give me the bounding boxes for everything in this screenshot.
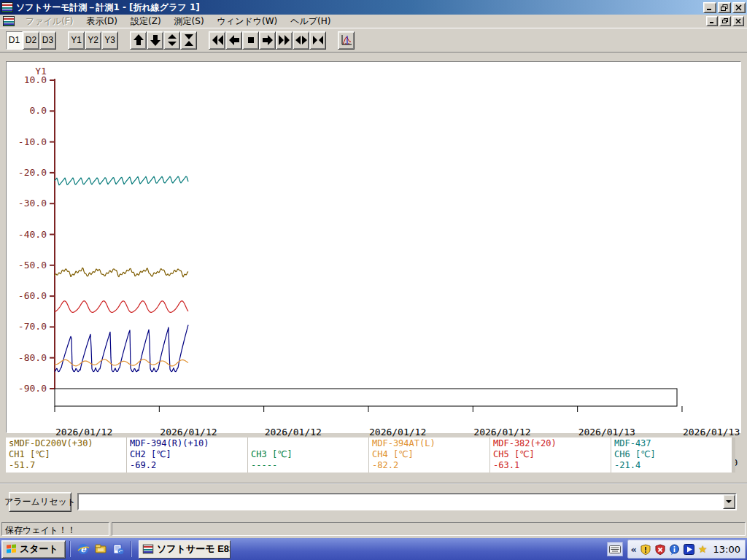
application-window: ソフトサーモ計測－計測1 - [折れ線グラフ 1] ファイル(F)表示(D)設定… (0, 0, 747, 560)
menu-item[interactable]: 表示(D) (80, 14, 124, 29)
expand-vertical-icon[interactable] (163, 31, 180, 50)
channel-value: -63.1 (493, 460, 608, 471)
stop-icon[interactable] (242, 31, 259, 50)
start-button[interactable]: スタート (1, 540, 66, 559)
channel-label: CH6 [℃] (614, 449, 729, 460)
security-alert-shield-icon[interactable] (654, 543, 666, 555)
security-warning-shield-icon[interactable] (640, 543, 651, 555)
app-icon (1, 2, 13, 12)
channel-name: MDF-394(R)(+10) (130, 438, 244, 449)
channel-cell: sMDF-DC200V(+30) CH1 [℃] -51.7 (6, 438, 126, 472)
alarm-dropdown-value (79, 494, 723, 509)
step-forward-icon[interactable] (259, 31, 276, 50)
channel-label: CH1 [℃] (9, 449, 123, 460)
menu-item[interactable]: ウィンドウ(W) (211, 14, 285, 29)
channel-label: CH2 [℃] (130, 449, 244, 460)
status-secondary (112, 522, 746, 536)
scroll-down-icon[interactable] (147, 31, 163, 50)
channel-cell: MDF-437 CH6 [℃] -21.4 (611, 438, 732, 472)
channel-label: CH5 [℃] (493, 449, 608, 460)
close-button[interactable] (732, 2, 746, 13)
titlebar: ソフトサーモ計測－計測1 - [折れ線グラフ 1] (0, 0, 747, 15)
y-tick-label: 10.0 (1, 74, 47, 85)
y-tick-label: -20.0 (1, 167, 47, 178)
system-tray: « ★ 13:00 (627, 540, 746, 559)
scroll-up-icon[interactable] (130, 31, 147, 50)
keyboard-language-icon[interactable] (607, 542, 623, 556)
taskbar-clock[interactable]: 13:00 (713, 544, 740, 555)
channel-name: MDF-437 (614, 438, 729, 449)
jump-start-icon[interactable] (209, 31, 225, 50)
channel-value: -69.2 (130, 460, 244, 471)
data-group-button[interactable]: D1 (6, 31, 23, 50)
internet-explorer-icon[interactable]: e (74, 540, 92, 558)
compress-vertical-icon[interactable] (180, 31, 197, 50)
channel-cell: MDF-394(R)(+10) CH2 [℃] -69.2 (127, 438, 247, 472)
taskbar-app-button[interactable]: ソフトサーモ E830 (139, 540, 231, 559)
media-player-icon[interactable] (684, 543, 695, 555)
channel-name: MDF-394AT(L) (372, 438, 487, 449)
channel-cell: MDF-394AT(L) CH4 [℃] -82.2 (369, 438, 489, 472)
y-tick-label: -90.0 (1, 383, 47, 394)
menu-item[interactable]: 設定(Z) (124, 14, 168, 29)
y-axis-button[interactable]: Y3 (101, 31, 118, 50)
channel-label: CH3 [℃] (251, 449, 365, 460)
alarm-dropdown[interactable] (77, 493, 737, 510)
menu-item[interactable]: ファイル(F) (19, 14, 80, 29)
windows-logo-icon (7, 544, 17, 554)
data-group-button[interactable]: D2 (23, 31, 39, 50)
channel-value: -21.4 (614, 460, 729, 471)
update-star-icon[interactable]: ★ (698, 543, 708, 555)
channel-value: -82.2 (372, 460, 487, 471)
info-balloon-icon[interactable] (669, 543, 681, 555)
channel-name: MDF-382(+20) (493, 438, 608, 449)
graph-setup-icon[interactable] (338, 31, 355, 50)
y-axis-button[interactable]: Y2 (85, 31, 101, 50)
menubar: ファイル(F)表示(D)設定(Z)測定(S)ウィンドウ(W)ヘルプ(H) (0, 15, 747, 28)
child-minimize-button[interactable] (706, 16, 718, 26)
channel-legend: sMDF-DC200V(+30) CH1 [℃] -51.7 MDF-394(R… (6, 438, 735, 472)
y-tick-label: -60.0 (1, 290, 47, 301)
child-close-button[interactable] (732, 16, 744, 26)
taskbar: スタート e ソフトサーモ E830 « ★ 13:00 (0, 538, 747, 560)
window-title: ソフトサーモ計測－計測1 - [折れ線グラフ 1] (16, 1, 700, 14)
toolbar: D1D2D3 Y1Y2Y3 (0, 28, 747, 52)
menu-item[interactable]: 測定(S) (168, 14, 211, 29)
channel-value: ----- (251, 460, 365, 471)
statusbar: 保存ウェイト！！ (0, 520, 747, 538)
dropdown-arrow-icon[interactable] (723, 494, 735, 509)
separator (0, 483, 747, 484)
y-tick-label: 0.0 (1, 105, 47, 116)
chart-document-icon[interactable] (3, 16, 15, 26)
taskbar-separator (69, 541, 71, 557)
alarm-reset-button[interactable]: アラームリセット (9, 492, 71, 512)
channel-value: -51.7 (9, 460, 123, 471)
channel-label: CH4 [℃] (372, 449, 487, 460)
show-desktop-icon[interactable] (92, 540, 109, 558)
channel-cell: MDF-382(+20) CH5 [℃] -63.1 (490, 438, 611, 472)
y-tick-label: -80.0 (1, 352, 47, 363)
channel-name (251, 438, 365, 449)
alarm-row: アラームリセット (0, 487, 747, 516)
line-graph-panel (6, 61, 741, 433)
outlook-express-icon[interactable] (109, 540, 127, 558)
channel-name: sMDF-DC200V(+30) (9, 438, 123, 449)
y-tick-label: -40.0 (1, 229, 47, 240)
child-restore-button[interactable] (719, 16, 731, 26)
y-axis-button[interactable]: Y1 (68, 31, 85, 50)
collapse-chevron-icon[interactable]: « (631, 544, 637, 555)
jump-end-icon[interactable] (276, 31, 293, 50)
status-message: 保存ウェイト！！ (1, 522, 109, 536)
expand-horizontal-icon[interactable] (293, 31, 309, 50)
data-group-button[interactable]: D3 (39, 31, 56, 50)
y-tick-label: -30.0 (1, 198, 47, 209)
minimize-button[interactable] (703, 2, 716, 13)
taskbar-separator (131, 541, 132, 557)
y-tick-label: -70.0 (1, 321, 47, 332)
restore-button[interactable] (718, 2, 731, 13)
y-tick-label: -50.0 (1, 260, 47, 271)
compress-horizontal-icon[interactable] (309, 31, 326, 50)
step-back-icon[interactable] (225, 31, 242, 50)
menu-item[interactable]: ヘルプ(H) (284, 14, 337, 29)
channel-cell: CH3 [℃] ----- (248, 438, 368, 472)
